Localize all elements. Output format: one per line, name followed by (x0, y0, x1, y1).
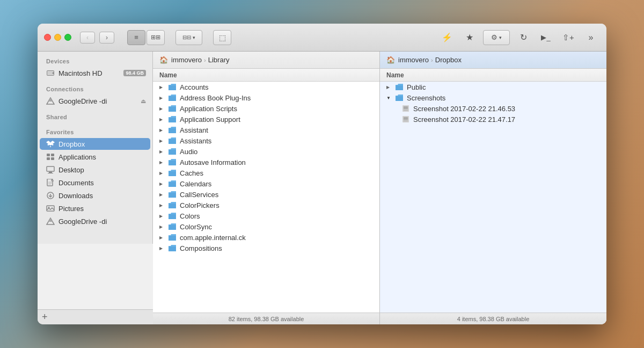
svg-rect-13 (47, 157, 50, 160)
sidebar-item-dropbox[interactable]: Dropbox (40, 138, 150, 150)
share-button[interactable]: ⇧+ (559, 30, 577, 45)
svg-point-10 (50, 146, 51, 147)
file-item-name: ColorPickers (180, 201, 219, 209)
svg-rect-11 (47, 154, 50, 156)
sidebar-item-macintosh-hd[interactable]: Macintosh HD 98.4 GB (40, 67, 150, 79)
sidebar: Devices Macintosh HD 98.4 GB Connections (38, 52, 153, 244)
sidebar-item-downloads[interactable]: Downloads (40, 190, 150, 201)
maximize-button[interactable] (64, 34, 71, 41)
table-row[interactable]: ▶ Assistants (153, 135, 379, 146)
add-location-button[interactable]: + (42, 312, 53, 323)
downloads-icon (46, 191, 55, 200)
folder-icon (168, 244, 177, 252)
dropbox-file-list[interactable]: ▶ Public ▼ Screenshots ▶ (380, 82, 606, 313)
table-row[interactable]: ▶ Calendars (153, 178, 379, 189)
folder-icon (168, 115, 177, 123)
gear-button[interactable]: ⚙ ▾ (483, 30, 510, 45)
titlebar: ‹ › ≡ ⊞⊞ ⊟⊟ ▾ ⬚ ⚡ ★ ⚙ (38, 24, 606, 52)
table-row[interactable]: ▶ Address Book Plug-Ins (153, 92, 379, 103)
library-home-icon: 🏠 (159, 56, 168, 64)
table-row[interactable]: ▶ CallServices (153, 189, 379, 200)
table-row[interactable]: ▶ ColorSync (153, 221, 379, 232)
dropbox-panel: 🏠 immovero › Dropbox Name ▶ Public (380, 52, 606, 324)
forward-button[interactable]: › (99, 32, 114, 44)
row-arrow: ▶ (159, 128, 165, 133)
table-row[interactable]: ▶ Assistant (153, 125, 379, 135)
svg-rect-12 (51, 154, 54, 156)
table-row[interactable]: ▶ Audio (153, 146, 379, 157)
folder-icon (168, 223, 177, 230)
desktop-icon (46, 165, 55, 174)
view-columns-button[interactable]: ⊞⊞ (147, 30, 165, 45)
eject-icon[interactable]: ⏏ (141, 98, 146, 105)
downloads-label: Downloads (58, 192, 93, 200)
sidebar-item-googledrive[interactable]: GoogleDrive -di ⏏ (40, 95, 150, 107)
file-item-name: com.apple.internal.ck (180, 234, 246, 242)
view-list-button[interactable]: ≡ (127, 30, 145, 45)
sidebar-item-documents[interactable]: Documents (40, 177, 150, 189)
file-panels: 🏠 immovero › Library Name ▶ Accounts (153, 52, 606, 324)
table-row[interactable]: ▶ Autosave Information (153, 157, 379, 168)
svg-rect-29 (404, 106, 408, 109)
row-arrow: ▶ (159, 246, 165, 251)
applications-icon (46, 153, 55, 161)
sidebar-item-googledrive2[interactable]: GoogleDrive -di (40, 215, 150, 227)
row-arrow: ▶ (159, 117, 165, 122)
svg-rect-14 (51, 157, 54, 160)
file-item-name: Application Scripts (180, 105, 237, 113)
table-row[interactable]: ▶ Public (380, 82, 606, 92)
hd-size-badge: 98.4 GB (123, 70, 146, 76)
table-row[interactable]: ▶ Screenshot 2017-02-22 21.46.53 (380, 103, 606, 114)
folder-icon (168, 94, 177, 102)
back-button[interactable]: ‹ (80, 32, 95, 44)
file-item-name: Colors (180, 212, 200, 220)
close-button[interactable] (44, 34, 51, 41)
minimize-button[interactable] (54, 34, 61, 41)
drive2-icon (46, 217, 55, 226)
desktop-label: Desktop (58, 166, 84, 174)
view-dropdown-arrow: ▾ (193, 35, 195, 40)
star-button[interactable]: ★ (460, 30, 479, 45)
table-row[interactable]: ▶ Colors (153, 211, 379, 221)
table-row[interactable]: ▼ Screenshots (380, 92, 606, 103)
table-row[interactable]: ▶ Application Support (153, 114, 379, 125)
sidebar-item-desktop[interactable]: Desktop (40, 164, 150, 176)
table-row[interactable]: ▶ Application Scripts (153, 103, 379, 114)
lightning-button[interactable]: ⚡ (438, 30, 456, 45)
sidebar-container: Devices Macintosh HD 98.4 GB Connections (38, 52, 153, 324)
table-row[interactable]: ▶ com.apple.internal.ck (153, 232, 379, 243)
dropbox-label: Dropbox (58, 140, 85, 148)
file-item-name: Screenshot 2017-02-22 21.47.17 (413, 115, 515, 124)
drive-icon (46, 97, 55, 105)
gear-icon: ⚙ (491, 33, 497, 41)
folder-icon (168, 83, 177, 91)
table-row[interactable]: ▶ ColorPickers (153, 200, 379, 211)
refresh-button[interactable]: ↻ (514, 30, 532, 45)
folder-icon (168, 148, 177, 155)
view-list-icon: ≡ (134, 33, 138, 41)
table-row[interactable]: ▶ Caches (153, 168, 379, 178)
terminal-button[interactable]: ▶_ (537, 30, 555, 45)
table-row[interactable]: ▶ Accounts (153, 82, 379, 92)
table-row[interactable]: ▶ Compositions (153, 243, 379, 253)
folder-icon (168, 126, 177, 134)
row-arrow: ▶ (159, 192, 165, 197)
favorites-section-header: Favorites (38, 122, 152, 137)
sidebar-item-pictures[interactable]: Pictures (40, 202, 150, 214)
folder-icon (168, 158, 177, 166)
dropbox-breadcrumb-sep: › (431, 57, 433, 63)
row-arrow: ▶ (159, 85, 165, 90)
file-item-name: Assistants (180, 137, 211, 145)
more-button[interactable]: » (582, 30, 600, 45)
file-item-name: Public (407, 83, 426, 91)
row-arrow: ▶ (159, 182, 165, 186)
select-icon-button[interactable]: ⬚ (213, 30, 231, 45)
library-file-list[interactable]: ▶ Accounts ▶ Address Book Plug-Ins ▶ App… (153, 82, 379, 313)
traffic-lights (44, 34, 71, 41)
pictures-label: Pictures (58, 205, 84, 213)
sidebar-item-applications[interactable]: Applications (40, 151, 150, 163)
terminal-icon: ▶_ (541, 33, 550, 41)
share-icon: ⇧+ (562, 33, 574, 42)
table-row[interactable]: ▶ Screenshot 2017-02-22 21.47.17 (380, 114, 606, 125)
view-gallery-button[interactable]: ⊟⊟ ▾ (175, 30, 202, 45)
